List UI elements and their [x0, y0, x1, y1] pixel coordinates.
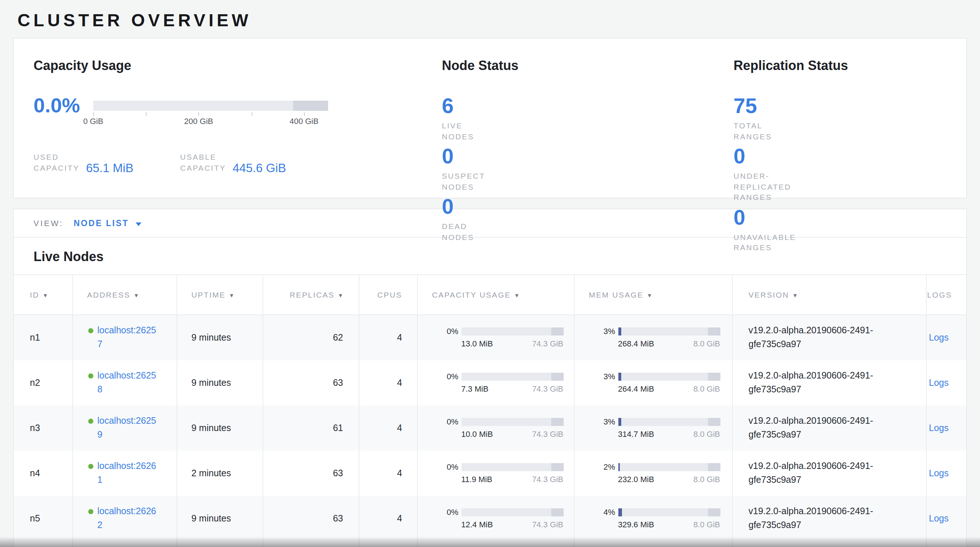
logs-cell: Logs: [926, 451, 966, 496]
table-header-capacity-usage[interactable]: CAPACITY USAGE▾: [417, 275, 574, 315]
capacity-usage-title: Capacity Usage: [33, 57, 442, 74]
capacity-used: 13.0 MiB: [461, 339, 493, 348]
memory-max: 8.0 GiB: [694, 429, 720, 439]
node-id-cell: n5: [14, 496, 72, 541]
usable-capacity-label: USABLE CAPACITY: [180, 152, 226, 173]
memory-cell: 3% 268.4 MiB 8.0 GiB: [574, 315, 732, 360]
memory-bar-dark-segment: [708, 508, 720, 516]
memory-bar-fill: [618, 463, 620, 471]
address-link[interactable]: localhost:26258: [97, 369, 159, 397]
gauge-tick-label: 400 GiB: [290, 117, 319, 126]
replicas-cell: 63: [262, 451, 359, 496]
version-cell: v19.2.0-alpha.20190606-2491-gfe735c9a97: [732, 496, 926, 541]
under-replicated-ranges-count: 0: [733, 142, 822, 171]
capacity-percent: 0%: [441, 327, 458, 336]
capacity-cell: 0% 7.3 MiB 74.3 GiB: [417, 360, 574, 405]
memory-bar: [618, 508, 720, 516]
caret-down-icon: [135, 222, 141, 226]
memory-percent: 3%: [598, 372, 615, 381]
used-capacity-label: USED CAPACITY: [33, 152, 80, 173]
gauge-tick: [93, 112, 94, 116]
memory-bar-dark-segment: [708, 418, 720, 426]
logs-cell: Logs: [926, 315, 966, 360]
replication-status-section: Replication Status 75 TOTAL RANGES 0 UND…: [733, 57, 947, 173]
gauge-tick-label: 0 GiB: [83, 117, 103, 126]
logs-cell: Logs: [926, 360, 966, 405]
table-header-replicas[interactable]: REPLICAS▾: [262, 275, 359, 315]
suspect-nodes-count: 0: [442, 142, 501, 171]
uptime-cell: 9 minutes: [177, 496, 262, 541]
replicas-cell: 61: [262, 405, 359, 451]
memory-cell: 2% 232.0 MiB 8.0 GiB: [574, 451, 732, 496]
logs-link[interactable]: Logs: [929, 514, 949, 524]
table-header-version[interactable]: VERSION▾: [732, 275, 926, 315]
dead-nodes-count: 0: [442, 192, 733, 221]
memory-bar-dark-segment: [708, 372, 720, 380]
capacity-gauge-ticks: 0 GiB 200 GiB 400 GiB: [93, 111, 328, 130]
capacity-max: 74.3 GiB: [532, 429, 563, 439]
table-header-address[interactable]: ADDRESS▾: [72, 275, 177, 315]
table-header-uptime[interactable]: UPTIME▾: [177, 275, 262, 315]
usable-capacity-stat: USABLE CAPACITY 445.6 GiB: [180, 152, 286, 173]
unavailable-ranges-count: 0: [733, 202, 947, 232]
table-row: n4 localhost:26261 2 minutes 63 4: [14, 451, 966, 496]
address-cell: localhost:26259: [72, 405, 177, 451]
cpus-cell: 4: [359, 360, 417, 405]
capacity-percent: 0%: [441, 372, 458, 381]
replicas-cell: 62: [262, 315, 359, 360]
table-header-mem-usage[interactable]: MEM USAGE▾: [574, 275, 732, 315]
address-link[interactable]: localhost:26261: [97, 460, 159, 487]
summary-card: Capacity Usage 0.0%: [13, 38, 967, 199]
memory-bar: [618, 463, 720, 471]
address-cell: localhost:26261: [72, 451, 177, 496]
memory-cell: 3% 264.4 MiB 8.0 GiB: [574, 360, 732, 405]
version-cell: v19.2.0-alpha.20190606-2491-gfe735c9a97: [732, 360, 926, 405]
gauge-tick: [251, 112, 252, 116]
dead-nodes-stat: 0 DEAD NODES: [442, 192, 733, 242]
address-link[interactable]: localhost:26257: [97, 324, 159, 351]
logs-link[interactable]: Logs: [929, 332, 949, 343]
version-cell: v19.2.0-alpha.20190606-2491-gfe735c9a97: [732, 451, 926, 496]
logs-cell: Logs: [926, 496, 966, 541]
sort-desc-icon: ▾: [793, 292, 797, 299]
address-link[interactable]: localhost:26262: [97, 505, 159, 533]
logs-link[interactable]: Logs: [929, 423, 949, 433]
capacity-used: 7.3 MiB: [461, 384, 488, 394]
under-replicated-ranges-stat: 0 UNDER- REPLICATED RANGES: [733, 142, 822, 202]
table-row: n2 localhost:26258 9 minutes 63 4: [14, 360, 966, 405]
live-nodes-stat: 6 LIVE NODES: [442, 91, 501, 142]
node-live-icon: [88, 419, 93, 424]
logs-link[interactable]: Logs: [929, 378, 949, 388]
table-header-row: ID▾ ADDRESS▾ UPTIME▾ REPLICAS▾ CPUS CAPA…: [14, 275, 966, 315]
replicas-cell: 63: [262, 360, 359, 405]
logs-cell: Logs: [926, 405, 966, 451]
usable-capacity-value: 445.6 GiB: [232, 162, 286, 173]
node-status-section: Node Status 6 LIVE NODES 0 SUSPECT NODE: [442, 57, 733, 173]
memory-percent: 3%: [598, 417, 615, 426]
uptime-cell: 9 minutes: [177, 405, 262, 451]
memory-bar-dark-segment: [708, 463, 720, 471]
cpus-cell: 4: [359, 451, 417, 496]
logs-link[interactable]: Logs: [929, 468, 949, 479]
capacity-cell: 0% 12.4 MiB 74.3 GiB: [417, 496, 574, 541]
capacity-cell: 0% 10.0 MiB 74.3 GiB: [417, 405, 574, 451]
dead-nodes-label: DEAD NODES: [442, 221, 733, 242]
total-ranges-count: 75: [733, 91, 791, 120]
capacity-usage-section: Capacity Usage 0.0%: [33, 57, 442, 173]
capacity-max: 74.3 GiB: [532, 475, 563, 484]
gauge-tick-label: 200 GiB: [184, 117, 213, 126]
replicas-cell: 63: [262, 496, 359, 541]
sort-desc-icon: ▾: [648, 292, 652, 299]
address-link[interactable]: localhost:26259: [97, 414, 159, 442]
capacity-used: 12.4 MiB: [461, 520, 493, 530]
replication-status-title: Replication Status: [733, 57, 947, 74]
node-list-dropdown[interactable]: NODE LIST: [74, 219, 142, 227]
under-replicated-ranges-label: UNDER- REPLICATED RANGES: [733, 171, 822, 202]
used-capacity-value: 65.1 MiB: [86, 162, 134, 173]
table-header-id[interactable]: ID▾: [14, 275, 72, 315]
capacity-max: 74.3 GiB: [532, 520, 563, 530]
gauge-tick: [146, 112, 146, 116]
capacity-bar: [461, 418, 563, 426]
memory-bar: [618, 418, 720, 426]
capacity-bar-dark-segment: [551, 327, 563, 335]
